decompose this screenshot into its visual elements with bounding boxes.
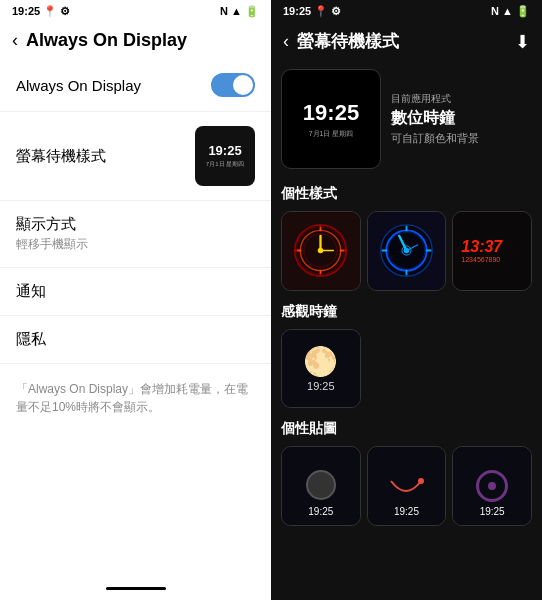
left-status-bar: 19:25 📍 ⚙ N ▲ 🔋 [0,0,271,22]
moon-icon: 🌕 [303,345,338,378]
sticker-2-preview: 19:25 [368,447,446,525]
footer-note: 「Always On Display」會增加耗電量，在電量不足10%時將不會顯示… [0,364,271,432]
clock-preview-time: 19:25 [208,143,241,158]
left-status-icons: N ▲ 🔋 [220,5,259,18]
right-status-bar: 19:25 📍 ⚙ N ▲ 🔋 [271,0,542,22]
right-battery-icon: 🔋 [516,5,530,18]
right-settings-dot-icon: ⚙ [331,5,341,18]
always-on-display-label: Always On Display [16,77,141,94]
moon-preview: 🌕 19:25 [282,330,360,408]
left-page-title: Always On Display [26,30,187,51]
right-status-time: 19:25 📍 ⚙ [283,5,341,18]
svg-point-22 [418,478,424,484]
aesthetic-clock-title: 感觀時鐘 [281,303,532,321]
aesthetic-clock-grid: 🌕 19:25 [281,329,532,409]
sticker-3-preview: 19:25 [453,447,531,525]
sticker-1-preview: 19:25 [282,447,360,525]
battery-icon: 🔋 [245,5,259,18]
style-card-sticker-1[interactable]: 19:25 [281,446,361,526]
right-page-title: 螢幕待機樣式 [297,30,399,53]
right-back-button[interactable]: ‹ [283,31,289,52]
location-icon: 📍 [43,5,57,18]
style-card-analog-red[interactable] [281,211,361,291]
svg-point-20 [404,248,410,254]
sticker-dot-shape [306,470,336,500]
left-back-button[interactable]: ‹ [12,30,18,51]
download-button[interactable]: ⬇ [515,31,530,53]
screen-style-label: 螢幕待機樣式 [16,147,106,166]
always-on-display-item[interactable]: Always On Display [0,59,271,112]
current-clock-preview[interactable]: 19:25 7月1日 星期四 [281,69,381,169]
left-header: ‹ Always On Display [0,22,271,59]
personal-styles-grid: 13:37 1234567890 [281,211,532,291]
svg-point-9 [318,248,324,254]
right-location-icon: 📍 [314,5,328,18]
style-card-digital-red[interactable]: 13:37 1234567890 [452,211,532,291]
sticker-2-time: 19:25 [394,506,419,517]
digital-red-sub: 1234567890 [461,256,500,263]
right-header: ‹ 螢幕待機樣式 ⬇ [271,22,542,61]
left-status-time: 19:25 📍 ⚙ [12,5,70,18]
style-card-moon[interactable]: 🌕 19:25 [281,329,361,409]
notification-item[interactable]: 通知 [0,268,271,316]
analog-blue-svg [379,223,434,278]
sticker-ring-inner [488,482,496,490]
display-method-label: 顯示方式 [16,215,88,234]
style-card-sticker-2[interactable]: 19:25 [367,446,447,526]
personal-styles-title: 個性樣式 [281,185,532,203]
right-status-icons: N ▲ 🔋 [491,5,530,18]
clock-preview-date: 7月1日 星期四 [206,160,244,169]
screen-style-label-group: 螢幕待機樣式 [16,147,106,166]
digital-red-preview: 13:37 1234567890 [453,212,531,290]
sticker-3-time: 19:25 [480,506,505,517]
privacy-item[interactable]: 隱私 [0,316,271,364]
left-bottom-bar [0,580,271,600]
current-style-section: 19:25 7月1日 星期四 目前應用程式 數位時鐘 可自訂顏色和背景 [281,69,532,169]
display-method-item[interactable]: 顯示方式 輕移手機顯示 [0,201,271,268]
current-style-name: 數位時鐘 [391,108,479,129]
screen-style-item[interactable]: 螢幕待機樣式 19:25 7月1日 星期四 [0,112,271,201]
current-style-info: 目前應用程式 數位時鐘 可自訂顏色和背景 [391,69,479,169]
sticker-curve-svg [386,476,426,506]
home-indicator [106,587,166,590]
current-style-desc: 可自訂顏色和背景 [391,131,479,146]
settings-dot-icon: ⚙ [60,5,70,18]
sticker-1-time: 19:25 [308,506,333,517]
moon-time: 19:25 [307,380,335,392]
personal-stickers-grid: 19:25 19:25 19:25 [281,446,532,526]
right-header-left: ‹ 螢幕待機樣式 [283,30,399,53]
always-on-display-toggle[interactable] [211,73,255,97]
analog-blue-preview [368,212,446,290]
display-method-group: 顯示方式 輕移手機顯示 [16,215,88,253]
current-style-tag: 目前應用程式 [391,92,479,106]
digital-red-time: 13:37 [461,238,502,256]
left-panel: 19:25 📍 ⚙ N ▲ 🔋 ‹ Always On Display Alwa… [0,0,271,600]
analog-red-preview [282,212,360,290]
current-clock-date: 7月1日 星期四 [309,129,354,139]
sticker-ring-shape [476,470,508,502]
clock-preview-thumbnail: 19:25 7月1日 星期四 [195,126,255,186]
left-settings-list: Always On Display 螢幕待機樣式 19:25 7月1日 星期四 … [0,59,271,580]
current-clock-time: 19:25 [303,100,359,126]
always-on-display-label-group: Always On Display [16,77,141,94]
display-method-sub: 輕移手機顯示 [16,236,88,253]
personal-stickers-title: 個性貼圖 [281,420,532,438]
style-card-analog-blue[interactable] [367,211,447,291]
style-card-sticker-3[interactable]: 19:25 [452,446,532,526]
right-panel: 19:25 📍 ⚙ N ▲ 🔋 ‹ 螢幕待機樣式 ⬇ 19:25 7月1日 星期… [271,0,542,600]
right-content: 19:25 7月1日 星期四 目前應用程式 數位時鐘 可自訂顏色和背景 個性樣式 [271,61,542,600]
analog-red-svg [293,223,348,278]
